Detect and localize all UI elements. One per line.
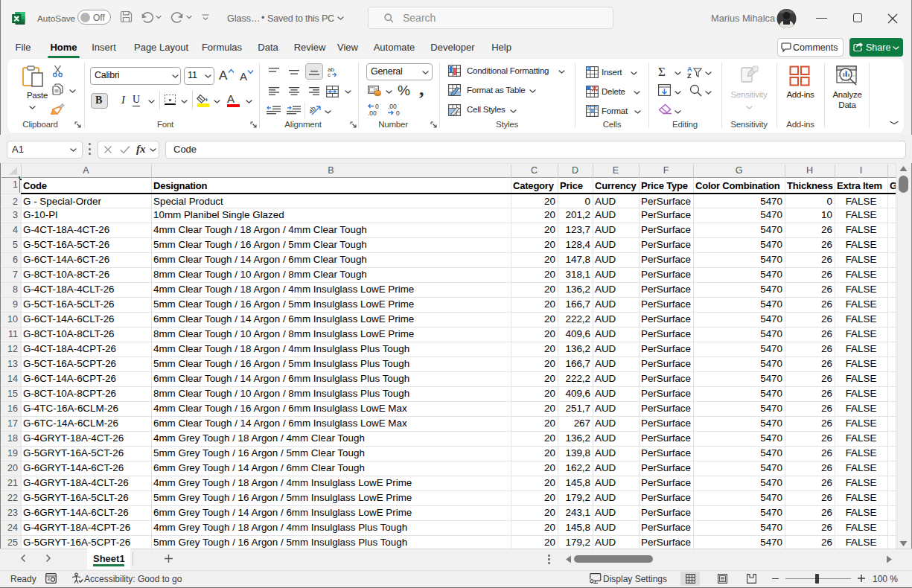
svg-text:Z: Z: [687, 72, 692, 79]
svg-text:0: 0: [396, 109, 400, 116]
svg-text:.00: .00: [368, 109, 377, 116]
svg-text:c: c: [328, 71, 331, 77]
